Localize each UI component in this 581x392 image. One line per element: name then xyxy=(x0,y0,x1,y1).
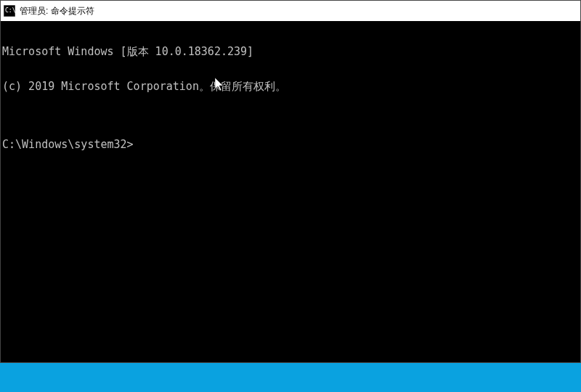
window-title: 管理员: 命令提示符 xyxy=(20,5,94,17)
titlebar[interactable]: C:\ 管理员: 命令提示符 xyxy=(1,1,580,21)
prompt-line: C:\Windows\system32> xyxy=(2,139,579,150)
cmd-icon: C:\ xyxy=(4,5,15,17)
terminal-area[interactable]: Microsoft Windows [版本 10.0.18362.239] (c… xyxy=(1,21,580,362)
taskbar[interactable] xyxy=(0,363,581,392)
copyright-line: (c) 2019 Microsoft Corporation。保留所有权利。 xyxy=(2,81,579,92)
svg-text:C:\: C:\ xyxy=(5,7,15,14)
command-prompt-window: C:\ 管理员: 命令提示符 Microsoft Windows [版本 10.… xyxy=(0,0,581,363)
prompt-text: C:\Windows\system32> xyxy=(2,139,134,150)
version-line: Microsoft Windows [版本 10.0.18362.239] xyxy=(2,46,579,57)
